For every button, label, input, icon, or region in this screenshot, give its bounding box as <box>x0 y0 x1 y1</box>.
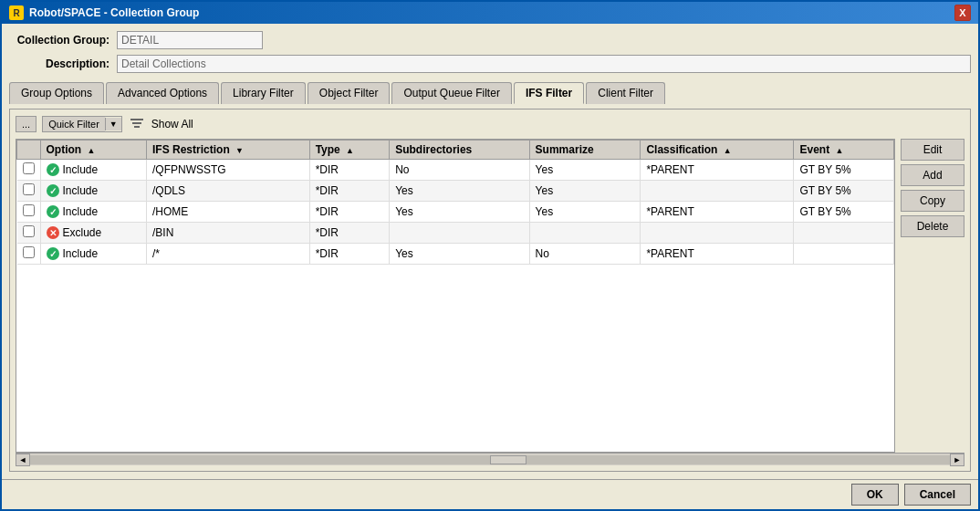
add-button[interactable]: Add <box>901 164 964 186</box>
collection-group-row: Collection Group: <box>9 31 971 49</box>
row-classification: *PARENT <box>641 244 794 265</box>
option-text: Exclude <box>63 226 102 239</box>
include-icon: ✓ <box>47 247 59 260</box>
scroll-right-button[interactable]: ► <box>950 454 964 466</box>
app-icon: R <box>9 5 24 20</box>
col-event[interactable]: Event ▲ <box>794 141 894 160</box>
row-classification <box>641 181 794 202</box>
type-sort-icon: ▲ <box>346 146 354 155</box>
close-button[interactable]: X <box>954 5 971 21</box>
table-row[interactable]: ✓Include/QDLS*DIRYesYesGT BY 5% <box>17 181 894 202</box>
quick-filter-group: Quick Filter ▼ <box>42 116 122 132</box>
row-summarize: Yes <box>529 181 641 202</box>
description-label: Description: <box>9 57 109 70</box>
row-summarize <box>529 223 641 244</box>
row-checkbox[interactable] <box>23 162 35 174</box>
row-type: *DIR <box>309 244 390 265</box>
scroll-thumb[interactable] <box>490 455 526 464</box>
row-checkbox[interactable] <box>23 183 35 195</box>
collection-group-input[interactable] <box>117 31 263 49</box>
toolbar-menu-button[interactable]: ... <box>16 116 36 132</box>
horizontal-scrollbar[interactable]: ◄ ► <box>16 453 964 465</box>
option-sort-icon: ▲ <box>88 146 96 155</box>
filter-icon[interactable] <box>128 115 146 133</box>
content-area: Collection Group: Description: Group Opt… <box>2 24 978 479</box>
row-event: GT BY 5% <box>794 160 894 181</box>
scroll-left-button[interactable]: ◄ <box>16 454 30 466</box>
event-sort-icon: ▲ <box>836 146 844 155</box>
table-body: ✓Include/QFPNWSSTG*DIRNoYes*PARENTGT BY … <box>17 160 894 265</box>
row-checkbox[interactable] <box>23 204 35 216</box>
side-buttons: Edit Add Copy Delete <box>901 139 964 453</box>
row-option: ✕Exclude <box>40 223 147 244</box>
quick-filter-dropdown[interactable]: ▼ <box>105 118 121 130</box>
tab-library-filter[interactable]: Library Filter <box>221 82 306 104</box>
tab-advanced-options[interactable]: Advanced Options <box>106 82 219 104</box>
row-checkbox-cell <box>17 202 41 223</box>
row-ifs-restriction: /* <box>147 244 310 265</box>
ifs-restriction-sort-icon: ▼ <box>235 146 244 155</box>
option-text: Include <box>63 205 99 218</box>
scroll-track[interactable] <box>30 455 950 464</box>
exclude-icon: ✕ <box>47 226 59 239</box>
bottom-bar: OK Cancel <box>2 479 978 509</box>
svg-rect-2 <box>134 126 140 128</box>
tab-object-filter[interactable]: Object Filter <box>308 82 391 104</box>
row-classification: *PARENT <box>641 160 794 181</box>
title-bar-left: R Robot/SPACE - Collection Group <box>9 5 199 20</box>
table-row[interactable]: ✓Include/HOME*DIRYesYes*PARENTGT BY 5% <box>17 202 894 223</box>
edit-button[interactable]: Edit <box>901 139 964 161</box>
main-content-row: Option ▲ IFS Restriction ▼ Type ▲ <box>16 139 964 453</box>
table-wrapper[interactable]: Option ▲ IFS Restriction ▼ Type ▲ <box>16 139 895 453</box>
tabs-container: Group Options Advanced Options Library F… <box>9 82 971 104</box>
svg-rect-0 <box>130 119 143 120</box>
option-text: Include <box>63 247 99 260</box>
description-input[interactable] <box>117 55 971 73</box>
row-option: ✓Include <box>40 244 147 265</box>
include-icon: ✓ <box>47 205 59 218</box>
col-type[interactable]: Type ▲ <box>309 141 390 160</box>
row-ifs-restriction: /HOME <box>147 202 310 223</box>
row-checkbox[interactable] <box>23 246 35 258</box>
tab-ifs-filter[interactable]: IFS Filter <box>514 82 584 104</box>
cancel-button[interactable]: Cancel <box>904 484 971 506</box>
delete-button[interactable]: Delete <box>901 215 964 237</box>
row-checkbox-cell <box>17 223 41 244</box>
table-row[interactable]: ✓Include/QFPNWSSTG*DIRNoYes*PARENTGT BY … <box>17 160 894 181</box>
row-type: *DIR <box>309 223 390 244</box>
tab-group-options[interactable]: Group Options <box>9 82 104 104</box>
row-option: ✓Include <box>40 202 147 223</box>
row-subdirectories <box>390 223 529 244</box>
row-checkbox[interactable] <box>23 225 35 237</box>
title-bar: R Robot/SPACE - Collection Group X <box>2 2 978 24</box>
col-subdirectories[interactable]: Subdirectories <box>390 141 529 160</box>
table-row[interactable]: ✓Include/**DIRYesNo*PARENT <box>17 244 894 265</box>
row-subdirectories: Yes <box>390 244 529 265</box>
copy-button[interactable]: Copy <box>901 190 964 212</box>
svg-rect-1 <box>132 122 141 124</box>
tab-output-queue-filter[interactable]: Output Queue Filter <box>391 82 511 104</box>
row-checkbox-cell <box>17 181 41 202</box>
show-all-label: Show All <box>151 118 193 130</box>
row-event <box>794 244 894 265</box>
main-window: R Robot/SPACE - Collection Group X Colle… <box>0 0 980 511</box>
col-classification[interactable]: Classification ▲ <box>641 141 794 160</box>
table-row[interactable]: ✕Exclude/BIN*DIR <box>17 223 894 244</box>
row-type: *DIR <box>309 160 390 181</box>
row-classification: *PARENT <box>641 202 794 223</box>
ok-button[interactable]: OK <box>851 484 899 506</box>
table-header-row: Option ▲ IFS Restriction ▼ Type ▲ <box>17 141 894 160</box>
col-ifs-restriction[interactable]: IFS Restriction ▼ <box>147 141 310 160</box>
collection-group-label: Collection Group: <box>9 34 109 47</box>
ifs-table: Option ▲ IFS Restriction ▼ Type ▲ <box>16 140 894 265</box>
row-ifs-restriction: /QDLS <box>147 181 310 202</box>
row-event <box>794 223 894 244</box>
tab-client-filter[interactable]: Client Filter <box>586 82 665 104</box>
col-summarize[interactable]: Summarize <box>529 141 641 160</box>
row-classification <box>641 223 794 244</box>
row-checkbox-cell <box>17 160 41 181</box>
include-icon: ✓ <box>47 184 59 197</box>
col-checkbox <box>17 141 41 160</box>
col-option[interactable]: Option ▲ <box>40 141 147 160</box>
row-subdirectories: No <box>390 160 529 181</box>
